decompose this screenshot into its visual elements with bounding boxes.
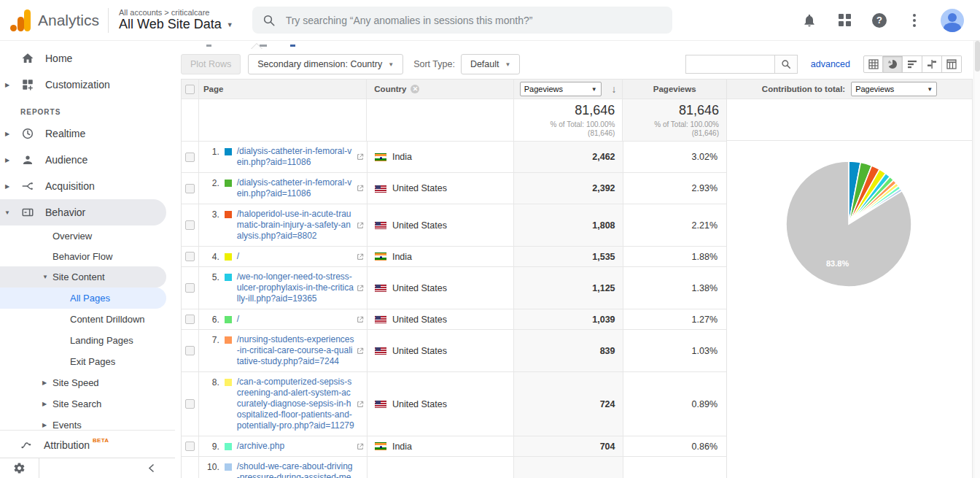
row-checkbox[interactable] (185, 220, 195, 230)
more-options-kebab-icon[interactable] (906, 12, 923, 29)
row-rank: 10. (199, 461, 219, 478)
row-pageviews: 704 (514, 436, 623, 456)
open-in-new-icon[interactable] (357, 222, 364, 229)
open-in-new-icon[interactable] (357, 401, 364, 408)
settings-gear-icon[interactable] (0, 458, 39, 478)
secondary-dimension-button[interactable]: Secondary dimension: Country ▼ (248, 54, 403, 74)
row-percent: 1.03% (623, 330, 726, 371)
open-in-new-icon[interactable] (357, 443, 364, 450)
table-row: 7. /nursing-students-experiences-in-crit… (182, 330, 726, 372)
percentage-pie-view-button[interactable] (883, 55, 903, 73)
page-link[interactable]: /should-we-care-about-driving-pressure-d… (237, 461, 354, 478)
sidebar-footer (0, 458, 175, 478)
advanced-search-link[interactable]: advanced (811, 59, 850, 69)
sidebar-item-events[interactable]: ▶ Events (0, 415, 175, 430)
table-search-button[interactable] (774, 55, 798, 74)
performance-view-button[interactable] (903, 55, 922, 73)
scrollbar-thumb[interactable] (975, 41, 980, 72)
row-rank: 6. (199, 314, 219, 325)
row-rank: 2. (199, 177, 219, 199)
analytics-brand[interactable]: Analytics (0, 9, 108, 31)
sidebar-item-attribution[interactable]: Attribution BETA (0, 430, 175, 459)
table-view-button[interactable] (863, 55, 883, 73)
country-name: United States (392, 283, 447, 293)
open-in-new-icon[interactable] (357, 185, 364, 192)
row-checkbox[interactable] (185, 283, 195, 293)
brand-name: Analytics (38, 12, 99, 29)
comparison-view-button[interactable] (922, 55, 942, 73)
pivot-view-button[interactable] (942, 55, 962, 73)
sidebar-item-exit-pages[interactable]: Exit Pages (0, 351, 175, 372)
sidebar-item-site-speed[interactable]: ▶ Site Speed (0, 372, 175, 393)
open-in-new-icon[interactable] (357, 285, 364, 292)
sidebar-item-overview[interactable]: Overview (0, 225, 175, 246)
sidebar-item-site-search[interactable]: ▶ Site Search (0, 393, 175, 415)
sidebar-item-landing-pages[interactable]: Landing Pages (0, 330, 175, 351)
column-header-pageviews[interactable]: Pageviews (623, 80, 726, 99)
expand-arrow-icon: ▶ (1, 183, 13, 190)
sidebar-item-audience[interactable]: ▶ Audience (0, 147, 175, 173)
sidebar-item-all-pages[interactable]: All Pages (0, 288, 166, 309)
remove-dimension-icon[interactable]: ✕ (411, 85, 419, 93)
row-pageviews: 1,125 (514, 267, 623, 309)
country-name: United States (392, 315, 447, 325)
notifications-bell-icon[interactable] (801, 12, 818, 29)
table-search-input[interactable] (685, 55, 774, 74)
row-checkbox[interactable] (185, 252, 195, 261)
column-header-page[interactable]: Page (199, 80, 367, 99)
user-avatar[interactable] (941, 9, 964, 32)
sidebar-item-realtime[interactable]: ▶ Realtime (0, 120, 175, 147)
page-link[interactable]: / (237, 314, 354, 325)
select-all-checkbox[interactable] (185, 85, 195, 94)
open-in-new-icon[interactable] (357, 153, 364, 161)
expand-arrow-icon: ▶ (1, 157, 13, 163)
contribution-pie-chart: 83.8% (727, 151, 971, 334)
page-link[interactable]: /dialysis-catheter-in-femoral-vein.php?a… (237, 146, 354, 168)
collapse-sidebar-icon[interactable] (148, 463, 175, 473)
help-icon[interactable]: ? (871, 12, 888, 29)
sort-type-button[interactable]: Default ▼ (461, 54, 521, 74)
page-link[interactable]: /can-a-computerized-sepsis-screening-and… (237, 377, 354, 431)
contribution-label: Contribution to total: (762, 85, 845, 93)
row-checkbox[interactable] (185, 346, 195, 355)
column-header-country[interactable]: Country ✕ (367, 80, 513, 99)
sidebar-item-home[interactable]: Home (0, 45, 175, 72)
page-link[interactable]: /archive.php (237, 441, 354, 452)
metric-select-dropdown[interactable]: Pageviews ▼ (520, 82, 602, 96)
page-link[interactable]: /we-no-longer-need-to-stress-ulcer-proph… (237, 271, 354, 304)
row-checkbox[interactable] (185, 315, 195, 324)
table-row: 8. /can-a-computerized-sepsis-screening-… (182, 372, 726, 436)
property-switcher[interactable]: All accounts > criticalcare All Web Site… (119, 8, 233, 32)
row-checkbox[interactable] (185, 399, 195, 409)
home-icon (19, 52, 36, 65)
open-in-new-icon[interactable] (357, 347, 364, 355)
page-link[interactable]: /haloperidol-use-in-acute-traumatic-brai… (237, 209, 354, 242)
sidebar-item-site-content[interactable]: ▼ Site Content (0, 266, 166, 288)
page-link[interactable]: /dialysis-catheter-in-femoral-vein.php?a… (237, 177, 354, 199)
sidebar-item-behavior-flow[interactable]: Behavior Flow (0, 246, 175, 266)
sidebar-item-behavior[interactable]: ▼ Behavior (0, 199, 166, 225)
sidebar-item-content-drilldown[interactable]: Content Drilldown (0, 309, 175, 330)
page-link[interactable]: / (237, 251, 354, 262)
search-icon (262, 14, 276, 27)
contribution-metric-dropdown[interactable]: Pageviews ▼ (851, 82, 937, 96)
sort-direction-icon[interactable]: ↓ (611, 83, 616, 95)
analytics-logo-icon (10, 9, 32, 31)
row-checkbox[interactable] (185, 184, 195, 193)
row-rank: 7. (199, 334, 219, 367)
expand-arrow-icon: ▶ (42, 401, 52, 407)
vertical-scrollbar[interactable] (973, 41, 980, 478)
row-pageviews: 724 (514, 372, 623, 436)
sidebar-item-customization[interactable]: ▶ Customization (0, 72, 175, 98)
global-search[interactable] (252, 7, 672, 34)
country-flag (375, 185, 386, 193)
page-link[interactable]: /nursing-students-experiences-in-critica… (237, 334, 354, 367)
sidebar-item-acquisition[interactable]: ▶ Acquisition (0, 173, 175, 199)
apps-grid-icon[interactable] (836, 12, 853, 29)
open-in-new-icon[interactable] (357, 253, 364, 261)
row-checkbox[interactable] (185, 442, 195, 451)
row-checkbox[interactable] (185, 153, 195, 162)
open-in-new-icon[interactable] (357, 316, 364, 323)
plot-rows-button[interactable]: Plot Rows (181, 54, 241, 74)
global-search-input[interactable] (286, 15, 662, 26)
